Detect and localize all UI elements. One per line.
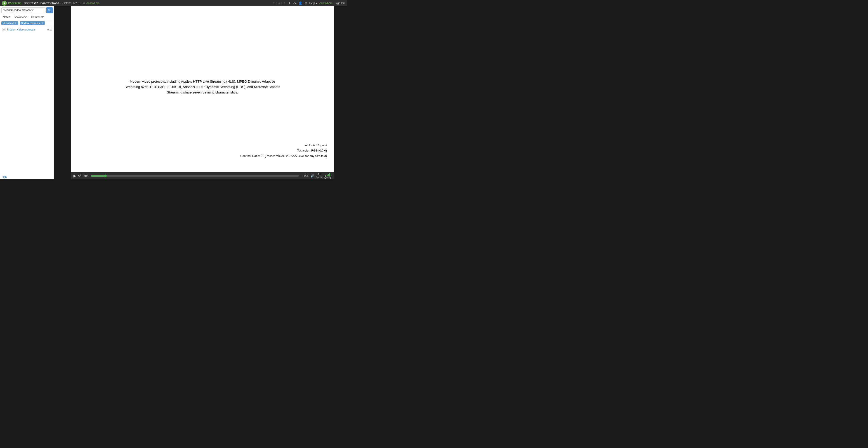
quality-control[interactable]: Quality (324, 173, 331, 179)
progress-fill (91, 175, 105, 177)
search-all-arrow: ▼ (15, 22, 17, 24)
quality-bar-4 (329, 173, 330, 176)
page-title: OCR Test 2 - Contrast Ratio (24, 2, 59, 5)
main-layout: 🔍 Notes Bookmarks Comments Search all ▼ … (0, 6, 347, 179)
signout-link[interactable]: Sign Out (335, 2, 345, 5)
download-icon[interactable]: ⬇ (288, 1, 291, 5)
search-icon: 🔍 (48, 8, 51, 12)
sidebar-item-comments[interactable]: Comments (30, 15, 45, 19)
volume-icon[interactable]: 🔊 (310, 174, 314, 178)
slide-content: Modern video protocols, including Apple'… (71, 6, 334, 172)
date-in: in (83, 2, 85, 5)
speed-label: Speed (316, 176, 322, 179)
logo-area: PANOPTO (2, 1, 21, 6)
sidebar-item-bookmarks[interactable]: Bookmarks (13, 15, 28, 19)
settings-icon[interactable]: ⚙ (293, 1, 296, 5)
share-icon[interactable]: 👤 (298, 1, 302, 5)
annotation-contrast: Contrast Ratio: 21 (Passes WCAG 2.0 AAA … (240, 153, 327, 159)
title-area: OCR Test 2 - Contrast Ratio - October 6 … (24, 2, 99, 5)
annotation-fonts: All fonts 16-point (240, 143, 327, 148)
search-all-button[interactable]: Search all ▼ (1, 21, 18, 25)
publish-date: October 6 2015 (63, 2, 81, 5)
search-input[interactable] (1, 7, 45, 13)
sort-arrow: ▼ (41, 22, 43, 24)
quality-label: Quality (324, 176, 331, 179)
quality-bar-2 (327, 175, 328, 176)
user-name: Ari Bixhorn (319, 2, 333, 5)
sidebar: 🔍 Notes Bookmarks Comments Search all ▼ … (0, 6, 54, 179)
right-black-panel (334, 6, 347, 179)
speed-value: 1x (316, 173, 322, 176)
speed-control[interactable]: 1x Speed (316, 173, 322, 179)
star-rating[interactable]: ☆☆☆☆☆ (272, 2, 286, 5)
panopto-logo (2, 1, 7, 6)
left-black-panel (54, 6, 71, 179)
annotation-color: Text color: RGB (0,0,0) (240, 148, 327, 153)
time-remaining: -1:05 (301, 175, 309, 177)
slide-annotations: All fonts 16-point Text color: RGB (0,0,… (240, 143, 327, 159)
topbar-right: ☆☆☆☆☆ ⬇ ⚙ 👤 ⊞ Help ▾ Ari Bixhorn Sign Ou… (272, 1, 345, 5)
embed-icon[interactable]: ⊞ (305, 1, 307, 5)
search-button[interactable]: 🔍 (46, 7, 53, 13)
sort-button[interactable]: Sort by relevance ▼ (20, 21, 45, 25)
help-button[interactable]: Help ▾ (309, 2, 317, 5)
quality-bar-3 (328, 174, 329, 176)
rewind-button[interactable]: ↺ (78, 174, 81, 178)
list-item[interactable]: ▭ Modern video protocols 0:10 (0, 27, 54, 32)
result-time: 0:10 (48, 28, 52, 31)
search-bar: 🔍 (0, 6, 54, 14)
filter-bar: Search all ▼ Sort by relevance ▼ (0, 20, 54, 26)
title-separator: - (60, 2, 61, 5)
play-button[interactable]: ▶ (73, 174, 76, 178)
progress-bar[interactable] (91, 175, 299, 177)
progress-thumb[interactable] (104, 175, 107, 177)
sidebar-item-notes[interactable]: Notes (2, 15, 11, 19)
player-controls: ▶ ↺ 0:10 -1:05 🔊 1x Speed Quali (71, 172, 334, 179)
results-list: ▭ Modern video protocols 0:10 (0, 26, 54, 174)
time-current: 0:10 (83, 175, 89, 177)
result-title[interactable]: Modern video protocols (7, 28, 46, 31)
slide-main-text: Modern video protocols, including Apple'… (123, 79, 282, 95)
quality-bars (325, 173, 330, 176)
author-name: Ari Bixhorn (86, 2, 99, 5)
sidebar-nav: Notes Bookmarks Comments (0, 14, 54, 20)
content-area: Modern video protocols, including Apple'… (71, 6, 334, 179)
slide-icon: ▭ (2, 28, 6, 31)
sort-label: Sort by relevance (21, 22, 41, 24)
top-bar: PANOPTO OCR Test 2 - Contrast Ratio - Oc… (0, 0, 347, 6)
search-all-label: Search all (3, 22, 14, 24)
hide-button[interactable]: Hide (0, 174, 54, 179)
logo-text: PANOPTO (8, 2, 21, 5)
